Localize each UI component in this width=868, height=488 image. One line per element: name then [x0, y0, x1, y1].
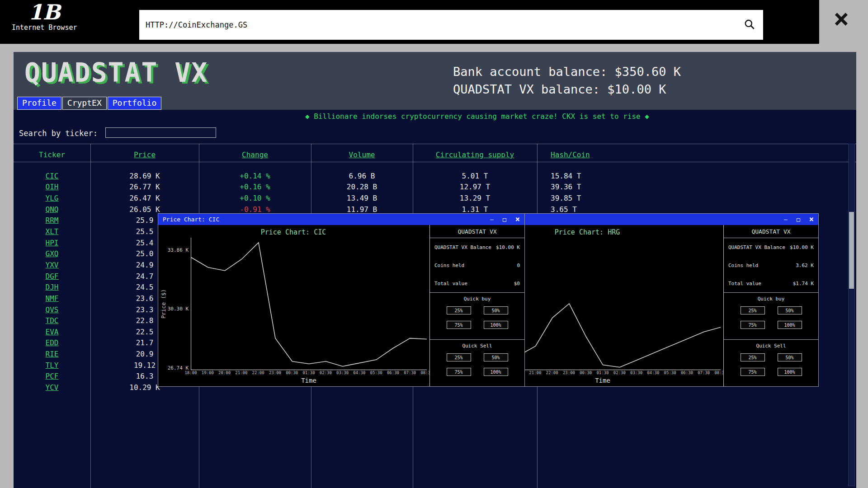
volume-cell: 6.96 B — [311, 172, 413, 180]
table-row: YLG26.47 K+0.10 %13.49 B13.29 T39.85 T — [14, 192, 856, 204]
browser-close-button[interactable]: × — [824, 1, 859, 36]
ticker-search-input[interactable] — [105, 127, 216, 138]
url-input[interactable] — [146, 20, 742, 29]
ticker-link[interactable]: YCV — [14, 383, 90, 392]
ticker-link[interactable]: PCF — [14, 372, 90, 380]
maximize-icon[interactable]: □ — [797, 216, 800, 222]
quick-buy-75-button[interactable]: 75% — [447, 321, 471, 329]
tab-portfolio[interactable]: Portfolio — [108, 97, 162, 110]
tab-cryptex[interactable]: CryptEX — [62, 97, 107, 110]
quick-buy-25-button[interactable]: 25% — [741, 306, 765, 314]
quick-sell-label: Quick Sell — [756, 343, 786, 349]
url-bar — [139, 10, 763, 40]
ticker-link[interactable]: TLY — [14, 361, 90, 370]
quick-sell-75-button[interactable]: 75% — [741, 368, 765, 376]
close-icon[interactable]: × — [809, 216, 814, 223]
quick-sell-25-button[interactable]: 25% — [447, 353, 471, 361]
quick-sell-25-button[interactable]: 25% — [741, 353, 765, 361]
close-icon[interactable]: × — [515, 216, 520, 223]
ticker-link[interactable]: TDC — [14, 316, 90, 325]
quick-buy-25-button[interactable]: 25% — [447, 306, 471, 314]
coins-held-value: 0 — [517, 263, 520, 268]
supply-cell: 5.01 T — [413, 172, 537, 180]
browser-logo-icon: 1B — [12, 1, 77, 23]
quick-sell-100-button[interactable]: 100% — [484, 368, 508, 376]
column-header-price[interactable]: Price — [90, 150, 199, 159]
ticker-link[interactable]: EVA — [14, 328, 90, 336]
ticker-link[interactable]: CIC — [14, 172, 90, 180]
minimize-icon[interactable]: — — [784, 216, 788, 222]
quick-buy-75-button[interactable]: 75% — [741, 321, 765, 329]
screen: 1B Internet Browser × QUADSTAT VX Bank a… — [0, 0, 868, 488]
ticker-link[interactable]: QNQ — [14, 205, 90, 214]
coins-held-row: Coins held 3.62 K — [724, 256, 818, 274]
ticker-link[interactable]: DGF — [14, 272, 90, 281]
ticker-link[interactable]: YXV — [14, 261, 90, 269]
hash-cell: 39.36 T — [537, 183, 856, 191]
scrollbar-thumb[interactable] — [849, 212, 854, 289]
quick-buy-50-button[interactable]: 50% — [778, 306, 802, 314]
column-header-circulating-supply[interactable]: Circulating supply — [413, 150, 537, 159]
column-header-ticker: Ticker — [14, 150, 90, 159]
ticker-link[interactable]: NMF — [14, 294, 90, 303]
quick-sell-50-button[interactable]: 50% — [484, 353, 508, 361]
search-button[interactable] — [742, 18, 757, 32]
x-tick-label: 23:00 — [269, 371, 281, 375]
ticker-link[interactable]: YLG — [14, 194, 90, 202]
x-tick-label: 04:30 — [647, 371, 659, 375]
price-line-chart — [191, 238, 427, 370]
search-label: Search by ticker: — [19, 129, 98, 138]
browser-chrome: 1B Internet Browser — [0, 0, 819, 44]
ticker-link[interactable]: HPI — [14, 239, 90, 247]
quick-buy-100-button[interactable]: 100% — [778, 321, 802, 329]
total-value-label: Total value — [728, 281, 761, 286]
balance-value: $10.00 K — [496, 244, 520, 250]
ticker-link[interactable]: GXQ — [14, 249, 90, 258]
ticker-link[interactable]: QVS — [14, 305, 90, 314]
x-tick-label: 23:00 — [563, 371, 575, 375]
price-cell: 26.77 K — [90, 183, 199, 191]
quick-sell-buttons: 25%50%75%100% — [741, 353, 802, 376]
ticker-link[interactable]: XLT — [14, 227, 90, 236]
supply-cell: 1.31 T — [413, 205, 537, 214]
quick-buy-buttons: 25%50%75%100% — [447, 306, 508, 329]
quick-sell-100-button[interactable]: 100% — [778, 368, 802, 376]
price-cell: 26.47 K — [90, 194, 199, 202]
ticker-link[interactable]: OIH — [14, 183, 90, 191]
trade-panel: QUADSTAT VX QUADSTAT VX Balance $10.00 K… — [429, 225, 524, 386]
x-axis-ticks: 18:0019:0020:0021:0022:0023:0000:3001:30… — [191, 370, 427, 376]
quick-buy-50-button[interactable]: 50% — [484, 306, 508, 314]
y-tick-label: 33.86 K — [168, 247, 189, 253]
column-header-hash-coin[interactable]: Hash/Coin — [537, 150, 856, 159]
minimize-icon[interactable]: — — [490, 216, 494, 222]
change-cell: +0.16 % — [199, 183, 311, 191]
x-tick-label: 01:30 — [302, 371, 315, 375]
window-titlebar[interactable]: Price Chart: CIC — □ × — [158, 214, 524, 225]
column-header-change[interactable]: Change — [199, 150, 311, 159]
window-body: Price Chart: CIC Price ($) 33.86 K30.30 … — [158, 225, 524, 386]
trade-panel: QUADSTAT VX QUADSTAT VX Balance $10.00 K… — [723, 225, 818, 386]
x-tick-label: 20:00 — [218, 371, 231, 375]
ticker-link[interactable]: RIE — [14, 350, 90, 358]
column-header-volume[interactable]: Volume — [311, 150, 413, 159]
quick-sell-75-button[interactable]: 75% — [447, 368, 471, 376]
x-tick-label: 07:30 — [698, 371, 710, 375]
y-tick-label: 30.30 K — [168, 306, 189, 312]
balance-label: QUADSTAT VX Balance — [728, 244, 785, 250]
ticker-link[interactable]: EDD — [14, 338, 90, 347]
tab-profile[interactable]: Profile — [17, 97, 61, 110]
coins-held-value: 3.62 K — [796, 263, 814, 268]
balance-row: QUADSTAT VX Balance $10.00 K — [724, 238, 818, 256]
quick-sell-section: Quick Sell 25%50%75%100% — [430, 339, 524, 386]
maximize-icon[interactable]: □ — [503, 216, 506, 222]
coins-held-label: Coins held — [434, 263, 464, 268]
quick-sell-50-button[interactable]: 50% — [778, 353, 802, 361]
total-value-row: Total value $0 — [430, 274, 524, 292]
ticker-link[interactable]: DJH — [14, 283, 90, 291]
scrollbar-track[interactable] — [848, 144, 855, 486]
quick-buy-100-button[interactable]: 100% — [484, 321, 508, 329]
ticker-link[interactable]: RRM — [14, 216, 90, 225]
table-row: OIH26.77 K+0.16 %20.28 B12.97 T39.36 T — [14, 182, 856, 193]
x-tick-label: 08:30 — [714, 371, 723, 375]
x-tick-label: 19:00 — [202, 371, 214, 375]
